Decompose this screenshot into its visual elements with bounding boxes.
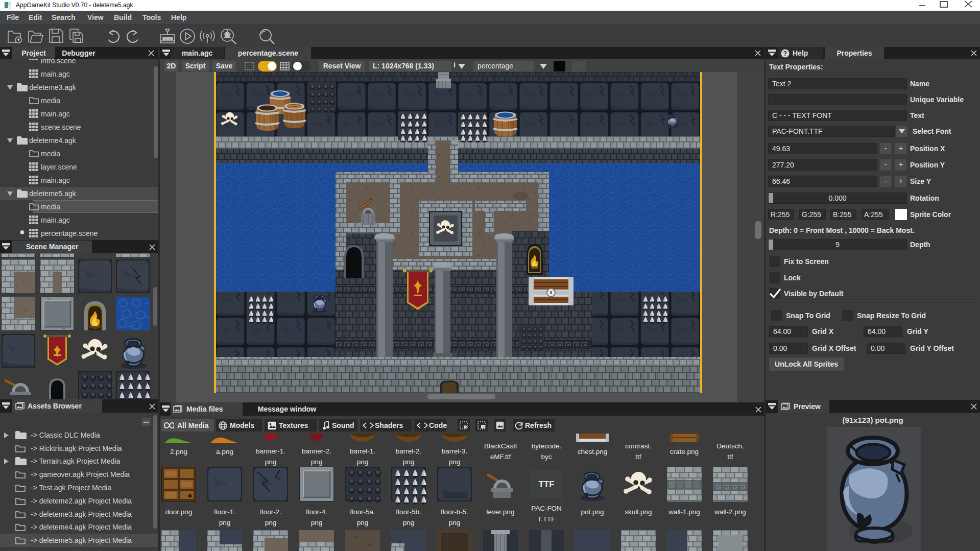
- svg-text:TTF: TTF: [538, 480, 554, 489]
- svg-text:?: ?: [783, 50, 787, 57]
